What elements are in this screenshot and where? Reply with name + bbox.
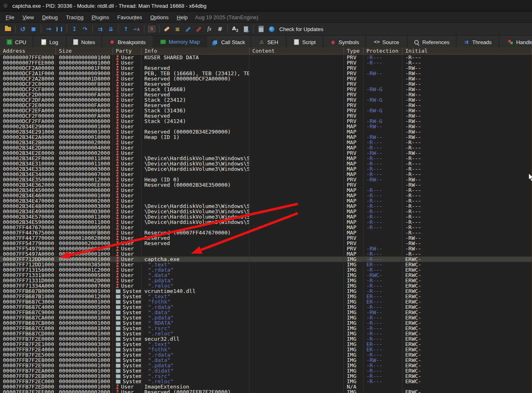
memory-row[interactable]: 000000DCF2A2800000000000001D8000UserRese… [0,76,532,81]
animate-into-icon[interactable]: ⇉ [95,25,105,33]
memory-row[interactable]: 00007FFB687CD0000000000000001000System".… [0,331,532,336]
memory-row[interactable]: 00007FF71331D000000000000002D000User".pd… [0,278,532,283]
memory-row[interactable]: 000000DCF2EFA0000000000000006000UserStac… [0,108,532,113]
memory-row[interactable]: 00007FFB687C90000000000000001000System".… [0,310,532,315]
labels-icon[interactable]: ∥ [183,25,193,33]
menu-help[interactable]: Help [173,13,192,22]
tab-log[interactable]: Log [33,36,66,49]
memory-row[interactable]: 00007FF4477700000000000100020000UserRese… [0,235,532,241]
memory-row[interactable]: 00007FFB687B10000000000000012000System".… [0,294,532,299]
memory-row[interactable]: 000002B34E3400000000000000007000UserMAP-… [0,172,532,177]
memory-row[interactable]: 000002B34E36200000000000000EE000UserRese… [0,182,532,188]
memory-row[interactable]: 000002B34E2900000000000000001000UserMAP-… [0,124,532,129]
memory-row[interactable]: 00007FFB687CC0000000000000001000System".… [0,326,532,331]
menu-options[interactable]: Options [146,13,173,22]
memory-row[interactable]: 00007FFB7F2EE0000000000000002000UserRese… [0,389,532,393]
memory-row[interactable]: 00007FF44767500000000000000FB000UserRese… [0,230,532,235]
memory-row[interactable]: 000002B34E4500000000000000006000UserMAP-… [0,188,532,193]
memory-row[interactable]: 000002B34E2D00000000000000004000UserMAP-… [0,145,532,150]
check-for-updates-label[interactable]: Check for Updates [279,26,323,32]
memory-row[interactable]: 000000DCF2CF80000000000000008000UserStac… [0,87,532,92]
memory-row[interactable]: 000002B34E2E00000000000000002000UserPRV-… [0,150,532,156]
column-header-type[interactable]: Type [344,47,364,54]
column-header-initial[interactable]: Initial [402,47,532,54]
memory-row[interactable]: 000000DCF2F0000000000000000FA000UserRese… [0,113,532,118]
comments-icon[interactable]: ≡ [173,25,182,33]
memory-row[interactable]: 000000007FFE00000000000000001000UserKUSE… [0,55,532,60]
memory-row[interactable]: 00007FFB7F2E00000000000000001000Systemse… [0,336,532,342]
memory-row[interactable]: 000000DCF2FFA0000000000000006000UserStac… [0,118,532,124]
memory-row[interactable]: 000002B34E3100000000000000011000User\Dev… [0,161,532,166]
memory-row[interactable]: 000000DCF2D0000000000000000FA000UserRese… [0,92,532,97]
update-globe-icon[interactable] [267,25,276,33]
memory-row-selected[interactable]: 00007FF712DD00000000000000001000Usercapt… [0,257,532,262]
memory-row[interactable]: 00007FFB687C40000000000000005000System".… [0,304,532,310]
bookmarks-icon[interactable]: ∥ [194,25,204,33]
memory-row[interactable]: 00007FFB7F2EA0000000000000001000System".… [0,368,532,373]
tab-source[interactable]: <>Source [366,36,407,49]
column-header-party[interactable]: Party [113,47,141,54]
tab-threads[interactable]: ⇉Threads [456,36,499,49]
tab-script[interactable]: Script [286,36,323,49]
memory-row[interactable]: 000000DCF2E0000000000000000FA000UserRese… [0,103,532,108]
tab-references[interactable]: References [407,36,456,49]
memory-row[interactable]: 00007FFB7F2ED0000000000000001000UserImag… [0,384,532,389]
restart-icon[interactable]: ↺ [18,25,28,33]
memory-row[interactable]: 00007FF4476700000000000000005000UserMAP-… [0,225,532,230]
memory-row[interactable]: 00007FFB7F2EB0000000000000001000System".… [0,373,532,379]
sequence-icon[interactable]: # [215,25,225,33]
tab-call-stack[interactable]: Call Stack [207,36,251,49]
memory-row[interactable]: 00007FF7133180000000000000005000User".da… [0,272,532,278]
memory-row[interactable]: 000000DCF2A1F0000000000000009000UserPEB,… [0,71,532,76]
memory-row[interactable]: 00007FFB687B00000000000000001000Systemvc… [0,288,532,294]
column-header-size[interactable]: Size [56,47,113,54]
memory-row[interactable]: 000000007FFEE0000000000000001000UserPRV-… [0,60,532,65]
memory-row[interactable]: 000002B34E2910000000000000001000UserRese… [0,129,532,134]
memory-row[interactable]: 00007FF5477900000000000002000000UserRese… [0,241,532,246]
step-out-icon[interactable]: ⇊ [106,25,116,33]
patches-icon[interactable] [162,25,172,33]
tab-breakpoints[interactable]: Breakpoints [102,36,153,49]
memory-row[interactable]: 000002B34E4600000000000000001000UserMAP-… [0,193,532,198]
menu-debug[interactable]: Debug [38,13,62,22]
memory-row[interactable]: 00007FFB7F2E80000000000000001000System".… [0,357,532,363]
execute-till-return-icon[interactable]: ↑ [121,25,131,33]
memory-row[interactable]: 000002B34E2B00000000000000020000UserMAP-… [0,140,532,145]
memory-row[interactable]: 000000DCF2A00000000000000001F000UserRese… [0,65,532,71]
memory-row[interactable]: 00007FF712DD10000000000000385000User".te… [0,262,532,267]
memory-row[interactable]: 00007FFB687CA0000000000000001000System".… [0,315,532,320]
font-settings-icon[interactable]: A2 [230,25,240,33]
memory-row[interactable]: 000002B34E4700000000000000002000UserMAP-… [0,198,532,203]
memory-row[interactable]: 00007FF71334A0000000000000007000User".re… [0,283,532,288]
memory-row[interactable]: 000002B34E49000000000000000D3000User\Dev… [0,209,532,214]
open-file-icon[interactable] [3,25,13,33]
functions-icon[interactable]: fx [204,25,214,33]
tab-memory-map[interactable]: Memory Map [153,36,207,49]
calculator-icon[interactable] [256,25,266,33]
tab-handles[interactable]: Handles [499,36,532,49]
memory-row[interactable]: 000002B34E5700000000000000011000User\Dev… [0,214,532,219]
memory-row[interactable]: 00007FFB7F2E50000000000000003000System".… [0,352,532,357]
column-header-address[interactable]: Address [0,47,56,54]
memory-row[interactable]: 00007FFB7F2E90000000000000001000System".… [0,363,532,368]
memory-row[interactable]: 00007FF5497A00000000000000001000UserMAP-… [0,251,532,257]
menu-view[interactable]: View [18,13,38,22]
memory-row[interactable]: 000002B34E2A00000000000000010000UserHeap… [0,134,532,140]
menu-favourites[interactable]: Favourites [113,13,146,22]
tab-seh[interactable]: ⚠SEH [251,36,286,49]
step-over-icon[interactable]: ↷ [80,25,90,33]
trace-record-icon[interactable]: S [147,25,157,33]
memory-row[interactable]: 00007FF5497900000000000000001000UserPRV-… [0,246,532,251]
menu-tracing[interactable]: Tracing [62,13,88,22]
tab-symbols[interactable]: ◉Symbols [323,36,366,49]
run-icon[interactable]: → [44,25,54,33]
memory-row[interactable]: 000002B34E3300000000000000003000User\Dev… [0,166,532,172]
memory-row[interactable]: 000002B34E4800000000000000003000User\Dev… [0,203,532,209]
stop-icon[interactable]: ■ [29,25,38,33]
memory-row[interactable]: 00007FFB7F2EC0000000000000001000System".… [0,379,532,384]
memory-row[interactable]: 00007FF71315600000000000001C2000User".rd… [0,267,532,272]
memory-row[interactable]: 00007FFB7F2E40000000000000001000System"f… [0,347,532,352]
tab-notes[interactable]: Notes [66,36,102,49]
menu-file[interactable]: File [2,13,18,22]
memory-row[interactable]: 000000DCF2C0000000000000000F8000UserRese… [0,81,532,87]
